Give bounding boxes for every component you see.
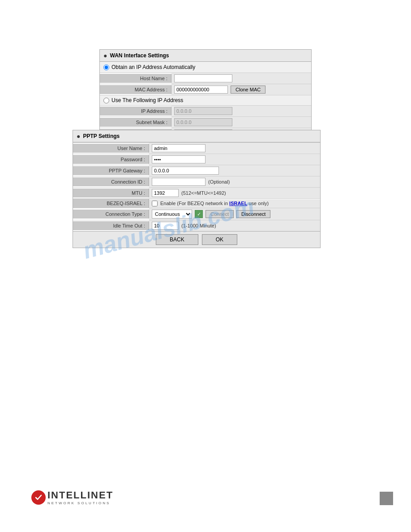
logo-svg [31,490,46,505]
idle-timeout-label: Idle Time Out : [73,221,149,230]
connection-type-row: Connection Type : Continuous Manual Conn… [73,208,320,220]
logo-brand: INTELLINET [47,489,113,501]
subnet-mask-row: Subnet Mask : [100,116,311,128]
username-row: User Name : [73,142,320,154]
ip-address-row: IP Address : [100,105,311,116]
connect-button[interactable]: Connect [206,210,234,218]
pptp-panel: ● PPTP Settings User Name : Password : P… [73,130,321,248]
idle-timeout-input[interactable] [152,222,179,230]
username-label: User Name : [73,144,149,153]
mac-address-value: Clone MAC [171,84,311,95]
mtu-label: MTU : [73,189,149,197]
clone-mac-button[interactable]: Clone MAC [231,86,265,94]
ok-button[interactable]: OK [202,234,237,245]
subnet-mask-label: Subnet Mask : [100,118,171,127]
obtain-ip-row: Obtain an IP Address Automatically [100,62,311,73]
bezeq-label: BEZEQ-ISRAEL : [73,199,149,208]
ip-address-label: IP Address : [100,107,171,116]
username-input[interactable] [152,144,206,152]
wan-bullet: ● [103,52,107,59]
logo-icon [31,490,46,505]
pptp-bullet: ● [77,133,80,140]
use-following-ip-row: Use The Following IP Address [100,95,311,105]
bezeq-checkbox[interactable] [152,201,158,206]
bottom-right-box [380,492,393,505]
pptp-footer: BACK OK [73,231,320,248]
mac-address-input[interactable] [174,86,228,94]
ip-address-value [171,106,311,116]
wan-panel-title: WAN Interface Settings [110,52,169,59]
logo-subtitle: NETWORK SOLUTIONS [47,501,113,505]
bezeq-text: Enable (For BEZEQ network in ISRAEL use … [160,201,269,206]
back-button[interactable]: BACK [156,234,198,245]
idle-timeout-value: (1-1000 Minute) [149,220,320,231]
username-value [149,143,320,154]
intellinet-logo: INTELLINET NETWORK SOLUTIONS [31,489,113,505]
password-label: Password : [73,155,149,164]
ip-address-input[interactable] [174,107,232,115]
connection-type-label: Connection Type : [73,210,149,219]
subnet-mask-value [171,117,311,128]
bezeq-enable-text: Enable (For BEZEQ network in [160,201,228,206]
wan-panel-header: ● WAN Interface Settings [100,50,311,62]
bezeq-row: BEZEQ-ISRAEL : Enable (For BEZEQ network… [73,198,320,208]
connection-id-label: Connection ID : [73,177,149,186]
subnet-mask-input[interactable] [174,118,232,126]
password-row: Password : [73,154,320,165]
mac-address-label: MAC Address : [100,85,171,94]
mtu-row: MTU : (512<=MTU<=1492) [73,187,320,198]
host-name-input[interactable] [174,74,232,82]
pptp-gateway-value [149,165,320,176]
pptp-panel-title: PPTP Settings [83,133,120,139]
mtu-note: (512<=MTU<=1492) [181,190,226,196]
connection-id-value: (Optional) [149,176,320,187]
checkmark-icon: ✓ [195,210,203,218]
pptp-panel-header: ● PPTP Settings [73,130,320,142]
use-following-ip-radio[interactable] [103,98,109,103]
disconnect-button[interactable]: Disconnect [236,210,270,218]
host-name-label: Host Name : [100,74,171,83]
mtu-input[interactable] [152,189,179,197]
idle-timeout-row: Idle Time Out : (1-1000 Minute) [73,220,320,231]
pptp-gateway-input[interactable] [152,167,219,175]
password-value [149,154,320,165]
pptp-gateway-label: PPTP Gateway : [73,166,149,175]
connection-id-input[interactable] [152,178,206,186]
connection-type-value: Continuous Manual Connect on Demand ✓ Co… [149,208,320,220]
host-name-value [171,73,311,84]
wan-panel: ● WAN Interface Settings Obtain an IP Ad… [99,49,312,139]
connection-id-note: (Optional) [208,179,230,184]
bezeq-value: Enable (For BEZEQ network in ISRAEL use … [149,199,320,208]
bottom-logo: INTELLINET NETWORK SOLUTIONS [31,489,113,505]
pptp-gateway-row: PPTP Gateway : [73,165,320,176]
idle-timeout-note: (1-1000 Minute) [181,223,216,228]
mac-address-row: MAC Address : Clone MAC [100,84,311,95]
connection-id-row: Connection ID : (Optional) [73,176,320,187]
bezeq-suffix: use only) [248,201,269,206]
host-name-row: Host Name : [100,73,311,84]
use-following-ip-label: Use The Following IP Address [111,97,183,103]
password-input[interactable] [152,155,206,163]
obtain-ip-radio[interactable] [103,64,109,70]
obtain-ip-label: Obtain an IP Address Automatically [111,64,195,70]
mtu-value: (512<=MTU<=1492) [149,188,320,198]
connection-type-select[interactable]: Continuous Manual Connect on Demand [152,210,192,219]
logo-text-block: INTELLINET NETWORK SOLUTIONS [47,489,113,505]
bezeq-highlight: ISRAEL [229,201,247,206]
